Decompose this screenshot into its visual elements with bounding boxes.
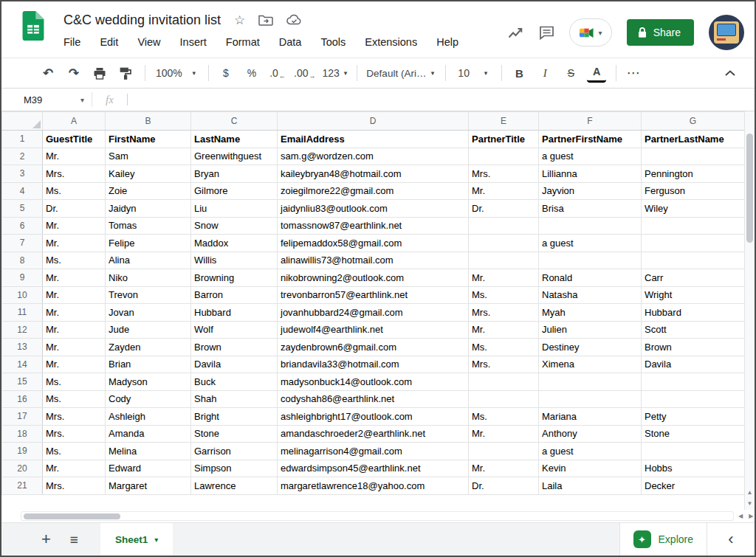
cell-C20[interactable]: Simpson xyxy=(191,460,278,477)
cell-F4[interactable]: Jayvion xyxy=(539,182,642,200)
cell-D17[interactable]: ashleighbright17@outlook.com xyxy=(278,408,469,426)
redo-button[interactable]: ↷ xyxy=(64,63,83,83)
cell-G1[interactable]: PartnerLastName xyxy=(642,131,745,148)
cell-F18[interactable]: Anthony xyxy=(539,425,642,443)
horizontal-scrollbar[interactable]: ◀ ▶ xyxy=(1,510,755,522)
cell-E17[interactable]: Ms. xyxy=(469,408,539,426)
cell-D11[interactable]: jovanhubbard24@gmail.com xyxy=(278,304,469,322)
row-header-18[interactable]: 18 xyxy=(2,425,43,443)
row-header-8[interactable]: 8 xyxy=(2,252,43,269)
cell-A9[interactable]: Mr. xyxy=(43,269,106,287)
cell-D12[interactable]: judewolf4@earthlink.net xyxy=(278,321,469,339)
name-box[interactable]: M39 ▾ xyxy=(1,94,92,105)
cell-G2[interactable] xyxy=(642,148,745,165)
cell-F15[interactable] xyxy=(539,373,642,391)
cell-E13[interactable]: Ms. xyxy=(469,339,539,356)
cell-D6[interactable]: tomassnow87@earthlink.net xyxy=(278,217,469,235)
cell-E20[interactable]: Mr. xyxy=(469,460,539,477)
cell-A14[interactable]: Mr. xyxy=(43,356,106,373)
cell-B20[interactable]: Edward xyxy=(106,460,191,477)
cell-G10[interactable]: Wright xyxy=(642,286,745,304)
cell-B4[interactable]: Zoie xyxy=(106,182,191,200)
cell-B8[interactable]: Alina xyxy=(106,252,191,269)
toolbar-more-button[interactable]: ⋯ xyxy=(624,63,643,83)
cell-E9[interactable]: Mr. xyxy=(469,269,539,287)
cell-F12[interactable]: Julien xyxy=(539,321,642,339)
cell-B10[interactable]: Trevon xyxy=(106,286,191,304)
cell-E1[interactable]: PartnerTitle xyxy=(469,131,539,148)
cell-E16[interactable] xyxy=(469,390,539,408)
cell-E21[interactable]: Dr. xyxy=(469,477,539,495)
cell-G17[interactable]: Petty xyxy=(642,408,745,426)
scroll-left-icon[interactable]: ◀ xyxy=(738,513,743,519)
cell-E8[interactable] xyxy=(469,252,539,269)
cell-B19[interactable]: Melina xyxy=(106,443,191,460)
row-header-19[interactable]: 19 xyxy=(2,443,43,460)
row-header-21[interactable]: 21 xyxy=(2,477,43,495)
row-header-3[interactable]: 3 xyxy=(2,165,43,183)
cell-D7[interactable]: felipemaddox58@gmail.com xyxy=(278,235,469,252)
select-all-corner[interactable] xyxy=(2,112,43,131)
formula-input[interactable] xyxy=(128,89,755,111)
cell-B2[interactable]: Sam xyxy=(106,148,191,165)
scroll-down-icon[interactable]: ▼ xyxy=(747,500,753,507)
row-header-11[interactable]: 11 xyxy=(2,304,43,322)
sheet-tab-sheet1[interactable]: Sheet1 ▾ xyxy=(100,523,173,556)
cell-F19[interactable]: a guest xyxy=(539,443,642,460)
cell-D9[interactable]: nikobrowning2@outlook.com xyxy=(278,269,469,287)
cell-G3[interactable]: Pennington xyxy=(642,165,745,183)
cell-E7[interactable] xyxy=(469,235,539,252)
cell-C13[interactable]: Brown xyxy=(191,339,278,356)
cell-D5[interactable]: jaidynliu83@outlook.com xyxy=(278,200,469,218)
cell-B16[interactable]: Cody xyxy=(106,390,191,408)
font-family-select[interactable]: Default (Ari… ▾ xyxy=(365,63,436,83)
cell-G8[interactable] xyxy=(642,252,745,269)
cell-D8[interactable]: alinawillis73@hotmail.com xyxy=(278,252,469,269)
column-header-a[interactable]: A xyxy=(43,112,106,131)
cell-D15[interactable]: madysonbuck14@outlook.com xyxy=(278,373,469,391)
cell-B5[interactable]: Jaidyn xyxy=(106,200,191,218)
row-header-1[interactable]: 1 xyxy=(2,131,43,148)
cell-E11[interactable]: Mrs. xyxy=(469,304,539,322)
menu-data[interactable]: Data xyxy=(279,35,312,49)
format-currency-button[interactable]: $ xyxy=(216,63,236,83)
cell-F6[interactable] xyxy=(539,217,642,235)
doc-title[interactable]: C&C wedding invitation list xyxy=(63,13,221,28)
more-formats-button[interactable]: 123 ▾ xyxy=(322,63,347,83)
cell-D4[interactable]: zoiegilmore22@gmail.com xyxy=(278,182,469,200)
font-size-select[interactable]: 10 ▾ xyxy=(453,63,492,83)
horizontal-scrollbar-track[interactable] xyxy=(21,511,734,521)
cell-G20[interactable]: Hobbs xyxy=(642,460,745,477)
cell-C1[interactable]: LastName xyxy=(191,131,278,148)
add-sheet-button[interactable]: + xyxy=(41,531,51,547)
paint-format-button[interactable] xyxy=(116,63,135,83)
cell-A19[interactable]: Ms. xyxy=(43,443,106,460)
cell-E6[interactable] xyxy=(469,217,539,235)
cell-F5[interactable]: Brisa xyxy=(539,200,642,218)
cell-B15[interactable]: Madyson xyxy=(106,373,191,391)
cell-B14[interactable]: Brian xyxy=(106,356,191,373)
cell-G12[interactable]: Scott xyxy=(642,321,745,339)
row-header-20[interactable]: 20 xyxy=(2,460,43,477)
cell-A1[interactable]: GuestTitle xyxy=(43,131,106,148)
menu-tools[interactable]: Tools xyxy=(320,35,355,49)
cell-B6[interactable]: Tomas xyxy=(106,217,191,235)
cell-F7[interactable]: a guest xyxy=(539,235,642,252)
row-header-7[interactable]: 7 xyxy=(2,235,43,252)
share-button[interactable]: Share xyxy=(627,19,694,46)
all-sheets-menu-icon[interactable]: ≡ xyxy=(70,533,78,547)
cell-D1[interactable]: EmailAddress xyxy=(278,131,469,148)
cell-F16[interactable] xyxy=(539,390,642,408)
cell-G7[interactable] xyxy=(642,235,745,252)
star-icon[interactable]: ☆ xyxy=(234,14,245,27)
cell-A16[interactable]: Ms. xyxy=(43,390,106,408)
row-header-17[interactable]: 17 xyxy=(2,408,43,426)
meet-dropdown-caret[interactable]: ▾ xyxy=(599,29,602,37)
row-header-13[interactable]: 13 xyxy=(2,339,43,356)
cell-C18[interactable]: Stone xyxy=(191,425,278,443)
cell-F1[interactable]: PartnerFirstName xyxy=(539,131,642,148)
cell-D18[interactable]: amandaschroeder2@earthlink.net xyxy=(278,425,469,443)
row-header-4[interactable]: 4 xyxy=(2,182,43,200)
menu-help[interactable]: Help xyxy=(436,35,468,49)
cell-E12[interactable]: Mr. xyxy=(469,321,539,339)
